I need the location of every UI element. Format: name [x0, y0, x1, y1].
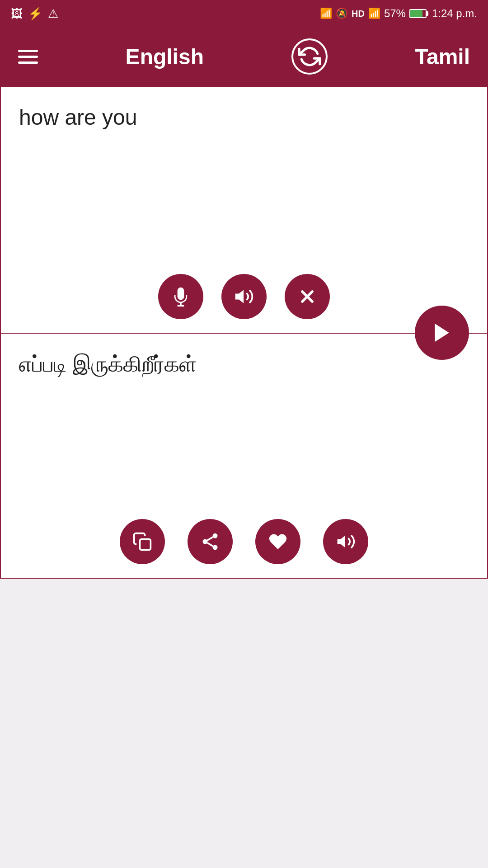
- svg-marker-2: [236, 291, 244, 302]
- translate-button[interactable]: [415, 306, 469, 360]
- toolbar: English Tamil: [0, 27, 488, 86]
- image-icon: 🖼: [11, 7, 23, 21]
- svg-point-7: [213, 533, 218, 538]
- share-button[interactable]: [188, 519, 233, 564]
- speak-input-button[interactable]: [221, 274, 267, 319]
- input-controls: [1, 274, 487, 319]
- svg-line-10: [207, 543, 213, 546]
- microphone-button[interactable]: [158, 274, 203, 319]
- copy-button[interactable]: [120, 519, 165, 564]
- output-controls: [1, 519, 487, 564]
- input-section: [0, 86, 488, 334]
- svg-marker-12: [338, 536, 345, 547]
- close-icon: [297, 287, 317, 307]
- speaker-output-icon: [336, 532, 356, 552]
- hd-icon: HD: [352, 9, 365, 19]
- clear-button[interactable]: [285, 274, 330, 319]
- status-bar: 🖼 ⚡ ⚠ 📶 🔕 HD 📶 57% 1:24 p.m.: [0, 0, 488, 27]
- usb-icon: ⚡: [28, 7, 42, 21]
- svg-rect-6: [140, 539, 151, 550]
- battery-text: 57%: [384, 7, 406, 20]
- copy-icon: [132, 532, 152, 552]
- speak-output-button[interactable]: [323, 519, 368, 564]
- signal-icon: 📶: [368, 8, 380, 19]
- main-content: எப்படி இருக்கிறீர்கள்: [0, 86, 488, 579]
- swap-languages-button[interactable]: [291, 38, 328, 75]
- speaker-icon: [234, 287, 254, 307]
- status-icons-left: 🖼 ⚡ ⚠: [11, 7, 58, 21]
- heart-icon: [268, 532, 288, 552]
- battery-icon: [409, 9, 427, 18]
- mute-icon: 🔕: [336, 8, 348, 19]
- swap-icon: [298, 45, 321, 68]
- favorite-button[interactable]: [255, 519, 300, 564]
- svg-marker-5: [435, 324, 449, 342]
- target-language[interactable]: Tamil: [415, 44, 470, 69]
- svg-line-11: [207, 537, 213, 540]
- svg-point-9: [213, 545, 218, 550]
- status-icons-right: 📶 🔕 HD 📶 57% 1:24 p.m.: [320, 7, 477, 20]
- warning-icon: ⚠: [48, 7, 58, 21]
- menu-button[interactable]: [18, 50, 38, 64]
- time-display: 1:24 p.m.: [432, 7, 477, 20]
- microphone-icon: [171, 287, 191, 307]
- source-language[interactable]: English: [126, 44, 204, 69]
- bottom-spacer: [0, 579, 488, 732]
- share-icon: [200, 532, 220, 552]
- send-icon: [430, 321, 454, 345]
- svg-point-8: [203, 539, 208, 544]
- output-section: எப்படி இருக்கிறீர்கள்: [0, 334, 488, 579]
- wifi-icon: 📶: [320, 8, 332, 19]
